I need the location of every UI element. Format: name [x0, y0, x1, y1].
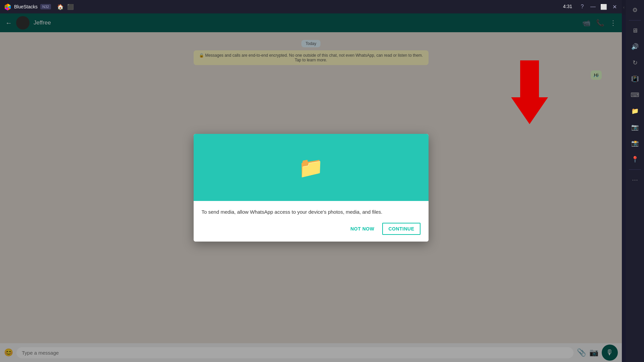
- window-controls: 4:31 ? — ⬜ ✕: [563, 4, 618, 10]
- sidebar-divider-2: [629, 169, 641, 170]
- sidebar-icon-more[interactable]: ⋯: [628, 172, 642, 187]
- dialog-actions: NOT NOW CONTINUE: [202, 223, 420, 235]
- dialog-header: 📁: [194, 134, 429, 201]
- right-sidebar: ⚙ 🖥 🔊 ↻ 📳 ⌨ 📁 📷 📸 📍 ⋯: [626, 0, 644, 362]
- build-badge: N32: [40, 4, 51, 9]
- clock: 4:31: [563, 4, 572, 10]
- multi-instance-icon[interactable]: ⬛: [67, 4, 74, 10]
- sidebar-icon-screenshot[interactable]: 📷: [628, 120, 642, 135]
- right-panel: ‹ ⚙ 🖥 🔊 ↻ 📳 ⌨ 📁 📷 📸 📍 ⋯: [622, 0, 644, 362]
- help-icon[interactable]: ?: [579, 4, 586, 10]
- red-arrow-annotation: [511, 60, 548, 124]
- sidebar-collapse-handle[interactable]: ‹: [622, 0, 626, 15]
- bluestacks-logo: [4, 3, 11, 10]
- sidebar-divider-1: [629, 20, 641, 20]
- permission-dialog: 📁 To send media, allow WhatsApp access t…: [194, 134, 429, 242]
- sidebar-icon-settings[interactable]: ⚙: [628, 3, 642, 17]
- continue-button[interactable]: CONTINUE: [382, 223, 420, 235]
- folder-icon: 📁: [298, 156, 324, 179]
- app-title: BlueStacks: [14, 4, 38, 9]
- sidebar-icon-folder[interactable]: 📁: [628, 104, 642, 118]
- restore-button[interactable]: ⬜: [600, 4, 607, 10]
- home-icon[interactable]: 🏠: [57, 4, 64, 10]
- minimize-button[interactable]: —: [590, 4, 596, 10]
- sidebar-icon-volume[interactable]: 🔊: [628, 39, 642, 54]
- not-now-button[interactable]: NOT NOW: [350, 226, 374, 231]
- sidebar-icon-camera[interactable]: 📸: [628, 136, 642, 151]
- whatsapp-area: ← Jeffree 📹 📞 ⋮ Today 🔒 Messages and cal…: [0, 13, 622, 362]
- dialog-description: To send media, allow WhatsApp access to …: [202, 209, 420, 215]
- sidebar-icon-display[interactable]: 🖥: [628, 23, 642, 38]
- sidebar-icon-rotate[interactable]: ↻: [628, 55, 642, 70]
- sidebar-icon-keyboard[interactable]: ⌨: [628, 88, 642, 102]
- title-bar-nav-icons: 🏠 ⬛: [57, 4, 74, 10]
- dialog-body: To send media, allow WhatsApp access to …: [194, 201, 429, 242]
- sidebar-icon-location[interactable]: 📍: [628, 152, 642, 167]
- close-button[interactable]: ✕: [611, 4, 618, 10]
- sidebar-icon-shake[interactable]: 📳: [628, 71, 642, 86]
- title-bar: BlueStacks N32 🏠 ⬛ 4:31 ? — ⬜ ✕: [0, 0, 622, 13]
- dialog-overlay: 📁 To send media, allow WhatsApp access t…: [0, 13, 622, 362]
